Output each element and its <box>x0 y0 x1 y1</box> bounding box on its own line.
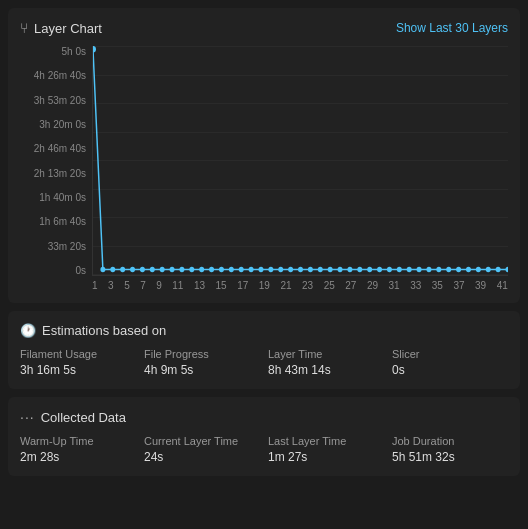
estimation-value: 3h 16m 5s <box>20 363 136 377</box>
estimation-item: File Progress 4h 9m 5s <box>144 348 260 377</box>
svg-point-22 <box>308 267 313 272</box>
collected-data-item: Current Layer Time 24s <box>144 435 260 464</box>
layer-icon: ⑂ <box>20 20 28 36</box>
x-axis-label: 21 <box>280 280 291 291</box>
y-axis-label: 2h 13m 20s <box>20 168 86 179</box>
svg-point-32 <box>407 267 412 272</box>
y-axis-label: 1h 6m 40s <box>20 216 86 227</box>
dots-icon: ··· <box>20 409 35 425</box>
collected-data-section: ··· Collected Data Warm-Up Time 2m 28s C… <box>8 397 520 476</box>
layer-chart-section: ⑂ Layer Chart Show Last 30 Layers 5h 0s4… <box>8 8 520 303</box>
x-axis-label: 29 <box>367 280 378 291</box>
svg-point-31 <box>397 267 402 272</box>
svg-point-30 <box>387 267 392 272</box>
x-axis-label: 11 <box>172 280 183 291</box>
estimation-label: Layer Time <box>268 348 384 360</box>
x-axis-label: 3 <box>108 280 114 291</box>
svg-point-23 <box>318 267 323 272</box>
collected-data-item: Warm-Up Time 2m 28s <box>20 435 136 464</box>
x-axis-label: 19 <box>259 280 270 291</box>
estimation-value: 8h 43m 14s <box>268 363 384 377</box>
svg-point-33 <box>417 267 422 272</box>
collected-data-label: Last Layer Time <box>268 435 384 447</box>
chart-container: 5h 0s4h 26m 40s3h 53m 20s3h 20m 0s2h 46m… <box>20 46 508 276</box>
svg-point-0 <box>93 46 96 53</box>
svg-point-17 <box>259 267 264 272</box>
svg-point-39 <box>476 267 481 272</box>
x-axis-label: 5 <box>124 280 130 291</box>
collected-data-label: Current Layer Time <box>144 435 260 447</box>
chart-plot <box>92 46 508 276</box>
y-axis-label: 2h 46m 40s <box>20 143 86 154</box>
chart-svg <box>93 46 508 275</box>
svg-point-28 <box>367 267 372 272</box>
clock-icon: 🕐 <box>20 323 36 338</box>
svg-point-12 <box>209 267 214 272</box>
svg-point-20 <box>288 267 293 272</box>
estimation-label: File Progress <box>144 348 260 360</box>
estimation-label: Slicer <box>392 348 508 360</box>
x-axis-label: 9 <box>156 280 162 291</box>
y-axis-label: 1h 40m 0s <box>20 192 86 203</box>
collected-data-header: ··· Collected Data <box>20 409 508 425</box>
y-axis-label: 4h 26m 40s <box>20 70 86 81</box>
estimations-grid: Filament Usage 3h 16m 5s File Progress 4… <box>20 348 508 377</box>
estimation-value: 4h 9m 5s <box>144 363 260 377</box>
x-axis-label: 25 <box>324 280 335 291</box>
x-axis-label: 15 <box>216 280 227 291</box>
estimation-value: 0s <box>392 363 508 377</box>
chart-title-group: ⑂ Layer Chart <box>20 20 102 36</box>
svg-point-34 <box>426 267 431 272</box>
x-axis-label: 41 <box>497 280 508 291</box>
svg-point-35 <box>436 267 441 272</box>
collected-data-grid: Warm-Up Time 2m 28s Current Layer Time 2… <box>20 435 508 464</box>
svg-point-25 <box>338 267 343 272</box>
svg-point-26 <box>347 267 352 272</box>
x-axis-label: 27 <box>345 280 356 291</box>
y-axis: 5h 0s4h 26m 40s3h 53m 20s3h 20m 0s2h 46m… <box>20 46 92 276</box>
estimation-item: Slicer 0s <box>392 348 508 377</box>
svg-point-38 <box>466 267 471 272</box>
collected-data-value: 24s <box>144 450 260 464</box>
svg-point-18 <box>268 267 273 272</box>
svg-point-24 <box>328 267 333 272</box>
y-axis-label: 3h 53m 20s <box>20 95 86 106</box>
collected-data-item: Job Duration 5h 51m 32s <box>392 435 508 464</box>
collected-data-value: 1m 27s <box>268 450 384 464</box>
svg-point-14 <box>229 267 234 272</box>
collected-data-label: Job Duration <box>392 435 508 447</box>
estimation-item: Layer Time 8h 43m 14s <box>268 348 384 377</box>
estimation-label: Filament Usage <box>20 348 136 360</box>
svg-point-8 <box>170 267 175 272</box>
y-axis-label: 33m 20s <box>20 241 86 252</box>
svg-point-13 <box>219 267 224 272</box>
x-axis-label: 1 <box>92 280 98 291</box>
svg-point-5 <box>140 267 145 272</box>
collected-data-value: 2m 28s <box>20 450 136 464</box>
chart-header: ⑂ Layer Chart Show Last 30 Layers <box>20 20 508 36</box>
svg-point-3 <box>120 267 125 272</box>
collected-data-title-group: ··· Collected Data <box>20 409 126 425</box>
svg-point-1 <box>100 267 105 272</box>
svg-point-29 <box>377 267 382 272</box>
svg-point-36 <box>446 267 451 272</box>
x-axis-label: 17 <box>237 280 248 291</box>
x-axis-label: 23 <box>302 280 313 291</box>
y-axis-label: 5h 0s <box>20 46 86 57</box>
svg-point-2 <box>110 267 115 272</box>
y-axis-label: 3h 20m 0s <box>20 119 86 130</box>
estimations-title-group: 🕐 Estimations based on <box>20 323 166 338</box>
x-axis-label: 39 <box>475 280 486 291</box>
svg-point-42 <box>506 267 508 272</box>
svg-point-41 <box>496 267 501 272</box>
svg-point-9 <box>179 267 184 272</box>
svg-point-11 <box>199 267 204 272</box>
svg-point-7 <box>160 267 165 272</box>
svg-point-4 <box>130 267 135 272</box>
collected-data-value: 5h 51m 32s <box>392 450 508 464</box>
estimations-header: 🕐 Estimations based on <box>20 323 508 338</box>
x-axis-label: 13 <box>194 280 205 291</box>
show-layers-button[interactable]: Show Last 30 Layers <box>396 21 508 35</box>
svg-point-27 <box>357 267 362 272</box>
collected-data-title: Collected Data <box>41 410 126 425</box>
